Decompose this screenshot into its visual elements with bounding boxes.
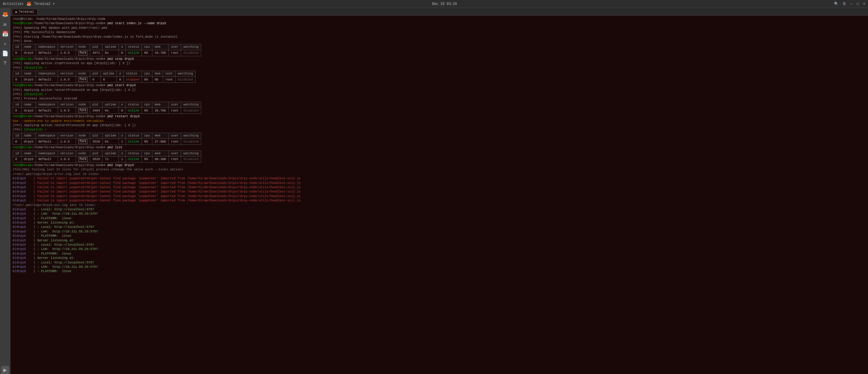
- out-log-9: 0|drpyS | - Local: http://localhost:5757: [12, 243, 866, 247]
- th-id-1: id: [13, 44, 22, 50]
- td-user: root: [168, 108, 181, 114]
- th-id-3: id: [13, 102, 22, 108]
- sidebar-icon-files[interactable]: 📄: [1, 50, 9, 57]
- th-pid-4: pid: [90, 133, 102, 139]
- terminal-content[interactable]: root@hiram: /home/hiram/Downloads/drpys/…: [10, 16, 868, 374]
- td-uptime: 0: [100, 77, 117, 83]
- td-restarts: 1: [119, 139, 125, 145]
- td-watching: disabled: [181, 108, 201, 114]
- cmd3-line: root@hiram:/home/hiram/Downloads/drpys/d…: [12, 83, 866, 88]
- th-mem-4: mem: [152, 133, 168, 139]
- activities-label[interactable]: Activities: [3, 2, 24, 6]
- top-bar-datetime: Dec 16 03:16: [432, 2, 457, 6]
- th-version-1: version: [58, 44, 76, 50]
- td-restarts: 1: [119, 156, 125, 162]
- th-user-1: user: [168, 44, 181, 50]
- td-uptime: 0s: [102, 108, 119, 114]
- th-namespace-1: namespace: [36, 44, 58, 50]
- th-watching-2: watching: [175, 71, 195, 77]
- sidebar-icon-music[interactable]: ♪: [1, 40, 9, 48]
- out-log-13: 0|drpyS | - Local: http://localhost:5757: [12, 261, 866, 265]
- td-cpu: 0%: [142, 139, 152, 145]
- td-id: 0: [13, 77, 22, 83]
- td-user: root: [168, 139, 181, 145]
- td-id: 0: [13, 156, 22, 162]
- td-node: fork: [76, 156, 90, 162]
- pm2-done1-line: [PM2] Done.: [12, 39, 866, 44]
- td-user: root: [168, 50, 181, 56]
- table-row-5-0: 0 drpyS default 1.0.5 fork 3528 7s 1 onl…: [13, 156, 201, 162]
- cmd4-line: root@hiram:/home/hiram/Downloads/drpys/d…: [12, 114, 866, 119]
- search-icon[interactable]: 🔍: [834, 2, 838, 6]
- td-cpu: 0%: [142, 108, 152, 114]
- main-layout: 🦊 ✉ 📅 ♪ 📄 ? ▶ ▶ Terminal root@hiram: /ho…: [0, 8, 868, 374]
- td-watching: disabled: [181, 156, 201, 162]
- td-status: stopped: [123, 77, 142, 83]
- table-row-3-0: 0 drpyS default 1.0.5 fork 3484 0s 0 onl…: [13, 108, 201, 114]
- cmd6-line: root@hiram:/home/hiram/Downloads/drpys/d…: [12, 163, 866, 168]
- td-version: 1.0.5: [58, 139, 76, 145]
- th-name-3: name: [22, 102, 36, 108]
- td-mem: 0b: [152, 77, 163, 83]
- th-pid-5: pid: [90, 150, 102, 156]
- th-status-4: status: [125, 133, 142, 139]
- pm2-update-env-line: Use --update-env to update environment v…: [12, 119, 866, 123]
- th-status-5: status: [125, 150, 142, 156]
- pm2-restart-ok-line: [PM2] [drpyS](0) ✓: [12, 127, 866, 132]
- terminal-tab-label: Terminal: [19, 10, 34, 13]
- log-tailing-line: [TAILING] Tailing last 15 lines for [drp…: [12, 168, 866, 172]
- out-log-5: 0|drpyS | - Local: http://localhost:5757: [12, 225, 866, 229]
- th-name-1: name: [22, 44, 36, 50]
- th-uptime-3: uptime: [102, 102, 119, 108]
- th-node-5: node: [76, 150, 90, 156]
- th-cpu-3: cpu: [142, 102, 152, 108]
- td-uptime: 0s: [102, 139, 119, 145]
- pm2-daemon-line: [PM2] PM2 Successfully daemonized: [12, 30, 866, 34]
- th-id-5: id: [13, 150, 22, 156]
- td-status: online: [125, 139, 142, 145]
- td-id: 0: [13, 50, 22, 56]
- app-sidebar: 🦊 ✉ 📅 ♪ 📄 ? ▶: [0, 8, 10, 374]
- th-restarts-2: ↺: [117, 71, 124, 77]
- window-title-line: root@hiram: /home/hiram/Downloads/drpys/…: [12, 17, 866, 21]
- pm2-stop-ok-line: [PM2] [drpyS](0) ✓: [12, 66, 866, 70]
- close-icon[interactable]: ×: [863, 2, 865, 6]
- maximize-icon[interactable]: □: [857, 2, 859, 6]
- pm2-table-5: id name namespace version node pid uptim…: [12, 150, 191, 163]
- sidebar-icon-mail[interactable]: ✉: [1, 20, 9, 28]
- td-uptime: 7s: [102, 156, 119, 162]
- pm2-process-started-line: [PM2] Process successfully started: [12, 96, 866, 101]
- td-cpu: 0%: [142, 156, 152, 162]
- td-version: 1.0.5: [58, 77, 76, 83]
- td-mem: 27.8mb: [152, 139, 168, 145]
- th-id-2: id: [13, 71, 22, 77]
- terminal-tab[interactable]: ▶ Terminal: [12, 9, 38, 15]
- err-log-1: 0|drpyS | Failed to import puppeteerHelp…: [12, 176, 866, 181]
- pm2-stop-action-line: [PM2] Applying action stopProcessId on a…: [12, 61, 866, 65]
- terminal-menu[interactable]: Terminal ▾: [34, 2, 55, 6]
- th-version-3: version: [58, 102, 76, 108]
- th-uptime-2: uptime: [100, 71, 117, 77]
- td-restarts: 0: [119, 108, 125, 114]
- sidebar-icon-calendar[interactable]: 📅: [1, 30, 9, 38]
- sidebar-icon-terminal[interactable]: ▶: [1, 366, 9, 374]
- sidebar-icon-firefox[interactable]: 🦊: [1, 10, 9, 19]
- out-log-11: 0|drpyS | - PLATFORM: linux: [12, 252, 866, 256]
- pm2-table-1: id name namespace version node pid uptim…: [12, 44, 191, 56]
- pm2-table-4: id name namespace version node pid uptim…: [12, 133, 191, 145]
- td-node: fork: [76, 50, 90, 56]
- sidebar-icon-help[interactable]: ?: [1, 59, 9, 67]
- th-version-2: version: [58, 71, 76, 77]
- minimize-icon[interactable]: −: [850, 2, 852, 6]
- terminal-wrapper: ▶ Terminal root@hiram: /home/hiram/Downl…: [10, 8, 868, 374]
- th-cpu-1: cpu: [142, 44, 152, 50]
- td-name: drpyS: [22, 139, 36, 145]
- menu-icon[interactable]: ☰: [843, 2, 846, 6]
- err-log-3: 0|drpyS | Failed to import puppeteerHelp…: [12, 185, 866, 190]
- td-namespace: default: [36, 108, 58, 114]
- th-status-2: status: [123, 71, 142, 77]
- th-namespace-3: namespace: [36, 102, 58, 108]
- th-watching-3: watching: [181, 102, 201, 108]
- log-error-header: /root/.pm2/logs/drpyS-error.log last 15 …: [12, 172, 866, 176]
- out-log-2: 0|drpyS | - LAN: http://10.211.55.25:575…: [12, 212, 866, 216]
